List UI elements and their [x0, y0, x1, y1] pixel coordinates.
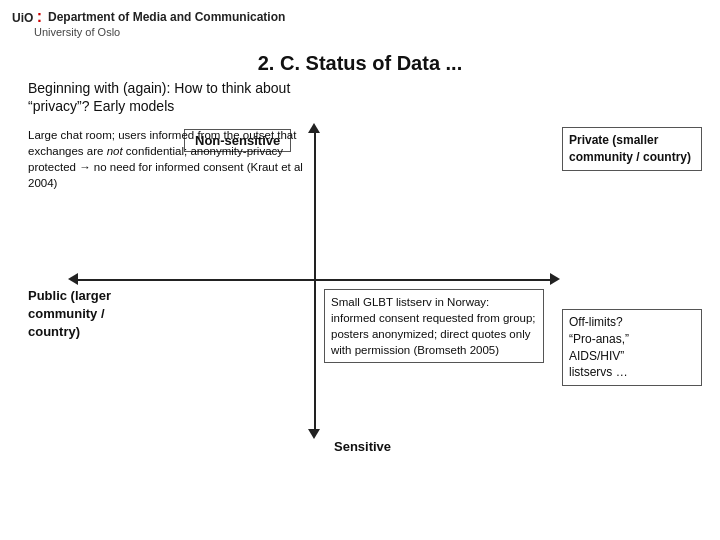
arrow-left-icon: [68, 273, 78, 285]
univ-name: University of Oslo: [34, 26, 285, 38]
lower-right-box: Off-limits?“Pro-anas,”AIDS/HIV”listservs…: [562, 309, 702, 386]
slide-title: 2. C. Status of Data ...: [24, 52, 696, 75]
slide-subtitle: Beginning with (again): How to think abo…: [28, 79, 308, 115]
slide-content: 2. C. Status of Data ... Beginning with …: [0, 42, 720, 489]
arrow-up-icon: [308, 123, 320, 133]
diagram-area: Beginning with (again): How to think abo…: [24, 79, 704, 479]
public-label: Public (larger community / country): [28, 287, 148, 342]
header: UiO : Department of Media and Communicat…: [0, 0, 720, 42]
horizontal-axis: [74, 279, 554, 281]
upper-left-text: Large chat room; users informed from the…: [28, 127, 308, 191]
arrow-right-icon: [550, 273, 560, 285]
lower-center-box: Small GLBT listserv in Norway: informed …: [324, 289, 544, 363]
upper-right-box: Private (smaller community / country): [562, 127, 702, 171]
label-sensitive: Sensitive: [334, 439, 391, 454]
logo-top: UiO : Department of Media and Communicat…: [12, 8, 285, 26]
dept-name: Department of Media and Communication: [48, 10, 285, 24]
arrow-down-icon: [308, 429, 320, 439]
logo-area: UiO : Department of Media and Communicat…: [12, 8, 285, 38]
uio-logo: UiO :: [12, 8, 42, 26]
